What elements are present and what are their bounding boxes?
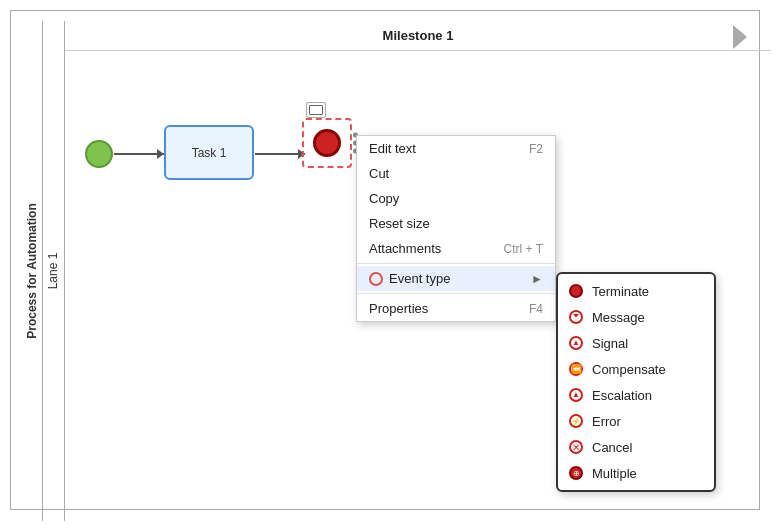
process-label-container: Process for Automation [21,21,43,521]
menu-item-copy[interactable]: Copy [357,186,555,211]
canvas: Process for Automation Lane 1 Milestone … [0,0,784,529]
menu-separator-2 [357,293,555,294]
event-type-submenu-arrow: ► [531,272,543,286]
menu-item-reset-size-label: Reset size [369,216,430,231]
message-circle-icon [569,310,583,324]
end-event[interactable] [313,129,341,157]
submenu-item-escalation-label: Escalation [592,388,652,403]
menu-item-event-type-label: Event type [389,271,450,286]
context-menu: Edit text F2 Cut Copy Reset size Attachm… [356,135,556,322]
signal-circle-icon [569,336,583,350]
compensate-icon: ⏪ [568,361,584,377]
escalation-icon [568,387,584,403]
milestone-chevron-icon [733,25,747,49]
submenu-item-compensate-label: Compensate [592,362,666,377]
submenu-item-compensate[interactable]: ⏪ Compensate [558,356,714,382]
event-type-icon [369,272,383,286]
menu-item-reset-size[interactable]: Reset size [357,211,555,236]
message-icon [568,309,584,325]
submenu-item-signal[interactable]: Signal [558,330,714,356]
menu-item-properties-label: Properties [369,301,428,316]
cancel-icon: ✕ [568,439,584,455]
menu-item-attachments-label: Attachments [369,241,441,256]
process-title: Process for Automation [25,203,39,339]
submenu-item-multiple[interactable]: ⊕ Multiple [558,460,714,486]
submenu-item-terminate-label: Terminate [592,284,649,299]
submenu-item-escalation[interactable]: Escalation [558,382,714,408]
lane-label-container: Lane 1 [43,21,65,521]
submenu-item-multiple-label: Multiple [592,466,637,481]
menu-item-cut-label: Cut [369,166,389,181]
menu-item-edit-text-shortcut: F2 [529,142,543,156]
submenu-item-signal-label: Signal [592,336,628,351]
multiple-circle-icon: ⊕ [569,466,583,480]
menu-item-attachments-shortcut: Ctrl + T [504,242,543,256]
terminate-circle-icon [569,284,583,298]
menu-separator-1 [357,263,555,264]
menu-item-edit-text-label: Edit text [369,141,416,156]
lane-label: Lane 1 [47,253,61,290]
multiple-icon: ⊕ [568,465,584,481]
submenu-item-cancel[interactable]: ✕ Cancel [558,434,714,460]
submenu-item-terminate[interactable]: Terminate [558,278,714,304]
task-box[interactable]: Task 1 [164,125,254,180]
task-label: Task 1 [192,146,227,160]
terminate-icon [568,283,584,299]
arrow-task-to-end [255,153,305,155]
menu-item-properties-shortcut: F4 [529,302,543,316]
submenu-item-cancel-label: Cancel [592,440,632,455]
menu-item-copy-label: Copy [369,191,399,206]
menu-item-attachments[interactable]: Attachments Ctrl + T [357,236,555,261]
arrow-start-to-task [114,153,164,155]
submenu-item-error[interactable]: ⚡ Error [558,408,714,434]
escalation-circle-icon [569,388,583,402]
milestone-header: Milestone 1 [65,21,771,51]
submenu-item-error-label: Error [592,414,621,429]
signal-icon [568,335,584,351]
event-type-submenu: Terminate Message Signal ⏪ Compensate Es… [556,272,716,492]
submenu-item-message-label: Message [592,310,645,325]
milestone-title: Milestone 1 [383,28,454,43]
menu-item-event-type[interactable]: Event type ► [357,266,555,291]
menu-item-cut[interactable]: Cut [357,161,555,186]
computer-icon [306,102,326,118]
menu-item-properties[interactable]: Properties F4 [357,296,555,321]
submenu-item-message[interactable]: Message [558,304,714,330]
start-event[interactable] [85,140,113,168]
end-event-wrapper[interactable] [302,118,352,168]
error-circle-icon: ⚡ [569,414,583,428]
menu-item-edit-text[interactable]: Edit text F2 [357,136,555,161]
compensate-circle-icon: ⏪ [569,362,583,376]
error-icon: ⚡ [568,413,584,429]
cancel-circle-icon: ✕ [569,440,583,454]
